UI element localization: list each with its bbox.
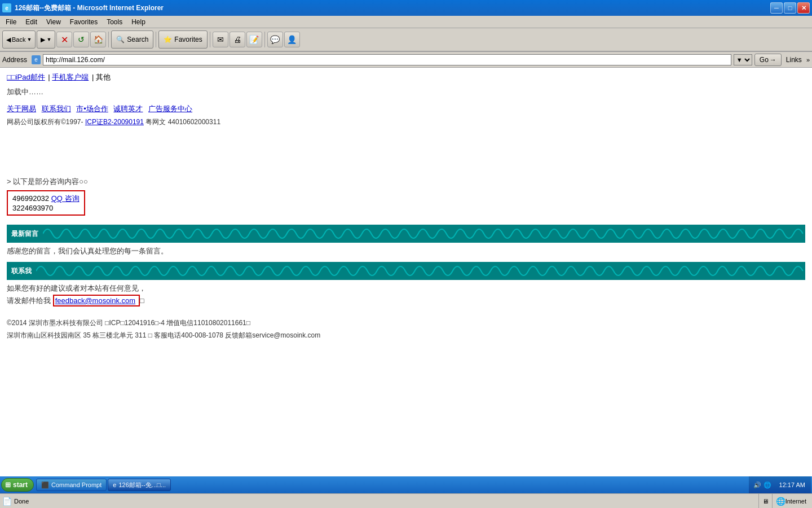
icp-link[interactable]: ICP证B2-20090191 [85,118,144,126]
qq-number1: 496992032 [12,194,49,203]
banner1-content: 感谢您的留言，我们会认真处理您的每一条留言。 [7,246,805,256]
back-arrow-icon: ◀ [6,36,11,43]
qq-number2: 3224693970 [12,204,53,212]
address-input[interactable] [43,54,731,65]
menu-file[interactable]: File [1,17,21,27]
banner1-decoration [43,225,805,243]
ie-icon: e [2,3,11,12]
ad-link[interactable]: 广告服务中心 [148,104,192,113]
bottom-copyright-line1: ©2014 深圳市墨水科技有限公司 □ICP□12041916□-4 增值电信1… [7,317,805,330]
feedback-suffix: □ [140,296,144,305]
icp-suffix: 粤网文 44010602000311 [145,118,220,126]
banner1-text: 最新留言 [7,229,43,239]
toolbar-separator-1 [108,32,109,47]
go-arrow-icon: → [770,56,776,64]
chat-section: > 以下是部分咨询内容○○ 496992032 QQ 咨询 3224693970 [7,177,805,219]
address-bar: Address e ▼ Go → Links » [0,52,812,68]
chat-arrow-text: > 以下是部分咨询内容○○ [7,177,805,187]
links-label: Links [784,56,804,64]
copyright-prefix: 网易公司版权所有©1997- [7,118,85,126]
banner-2: 联系我 [7,262,805,280]
menu-edit[interactable]: Edit [21,17,42,27]
content-wrapper[interactable]: □□iPad邮件 | 手机客户端 | 其他 加载中…… 关于网易 联系我们 市•… [0,68,812,476]
feedback-prefix: 请发邮件给我 [7,296,53,305]
back-button[interactable]: ◀ Back ▼ [2,30,36,49]
bottom-copyright: ©2014 深圳市墨水科技有限公司 □ICP□12041916□-4 增值电信1… [7,317,805,341]
menu-bar: File Edit View Favorites Tools Help [0,16,812,28]
qq-line-1: 496992032 QQ 咨询 [12,194,80,204]
qq-box: 496992032 QQ 咨询 3224693970 [7,190,85,216]
toolbar-separator-3 [210,32,210,47]
menu-help[interactable]: Help [127,17,150,27]
back-label: Back [12,36,25,43]
feedback-section: 如果您有好的建议或者对本站有任何意见， 请发邮件给我 feedback@moso… [7,283,805,306]
loading-text: 加载中…… [7,87,805,97]
go-button[interactable]: Go → [754,54,782,66]
maximize-button[interactable]: □ [784,2,796,14]
contact-link[interactable]: 联系我们 [42,104,71,113]
qq-chat-link[interactable]: QQ 咨询 [51,194,80,203]
search-icon: 🔍 [116,36,125,43]
favorites-button[interactable]: ⭐ Favorites [158,30,207,49]
forward-dropdown-icon: ▼ [46,37,51,42]
print-button[interactable]: 🖨 [230,32,245,47]
toolbar-separator-2 [156,32,156,47]
market-link[interactable]: 市•场合作 [76,104,108,113]
close-button[interactable]: ✕ [797,2,810,14]
bottom-copyright-line2: 深圳市南山区科技园南区 35 栋三楼北单元 311 □ 客服电话400-008-… [7,330,805,342]
title-bar: e 126邮箱--免费邮箱 - Microsoft Internet Explo… [0,0,812,16]
email-box: feedback@mosoink.com [53,295,140,306]
home-button[interactable]: 🏠 [90,32,106,47]
favorites-label: Favorites [174,36,202,43]
toolbar-separator-4 [264,32,265,47]
search-button[interactable]: 🔍 Search [111,30,153,49]
page-content: □□iPad邮件 | 手机客户端 | 其他 加载中…… 关于网易 联系我们 市•… [0,68,812,476]
edit-button[interactable]: 📝 [246,32,262,47]
refresh-button[interactable]: ↺ [73,32,89,47]
banner2-decoration [36,262,805,280]
recruit-link[interactable]: 诚聘英才 [113,104,143,113]
page-icon: e [32,55,41,64]
feedback-line2: 请发邮件给我 feedback@mosoink.com □ [7,296,805,306]
menu-favorites[interactable]: Favorites [65,17,102,27]
spacer-1 [7,132,805,165]
footer-links: 关于网易 联系我们 市•场合作 诚聘英才 广告服务中心 [7,104,805,114]
messenger-button[interactable]: 👤 [284,32,300,47]
stop-button[interactable]: ✕ [56,32,72,47]
banner2-text: 联系我 [7,266,36,276]
forward-button[interactable]: ▶ ▼ [37,30,55,49]
menu-view[interactable]: View [42,17,65,27]
minimize-button[interactable]: ─ [770,2,783,14]
feedback-email-link[interactable]: feedback@mosoink.com [55,296,136,305]
mail-button[interactable]: ✉ [213,32,228,47]
menu-tools[interactable]: Tools [102,17,127,27]
copyright-text: 网易公司版权所有©1997- ICP证B2-20090191 粤网文 44010… [7,117,805,127]
feedback-line1: 如果您有好的建议或者对本站有任何意见， [7,283,805,294]
address-dropdown[interactable]: ▼ [734,54,752,65]
top-links-bar: □□iPad邮件 | 手机客户端 | 其他 [7,72,805,82]
window-title: 126邮箱--免费邮箱 - Microsoft Internet Explore… [15,3,164,13]
links-expand-icon: » [806,56,810,63]
go-label: Go [760,56,769,64]
about-link[interactable]: 关于网易 [7,104,36,113]
address-label: Address [2,56,29,64]
ipad-link[interactable]: □□iPad邮件 [7,73,45,81]
back-dropdown-icon: ▼ [27,37,32,42]
search-label: Search [127,36,148,43]
sep2: | [92,73,96,81]
forward-arrow-icon: ▶ [41,36,45,43]
mobile-link[interactable]: 手机客户端 [52,73,89,81]
other-text: 其他 [96,73,111,81]
qq-line-2: 3224693970 [12,204,80,212]
toolbar: ◀ Back ▼ ▶ ▼ ✕ ↺ 🏠 🔍 Search ⭐ Favorites … [0,28,812,52]
discuss-button[interactable]: 💬 [267,32,283,47]
favorites-icon: ⭐ [164,36,172,43]
banner-1: 最新留言 [7,225,805,243]
